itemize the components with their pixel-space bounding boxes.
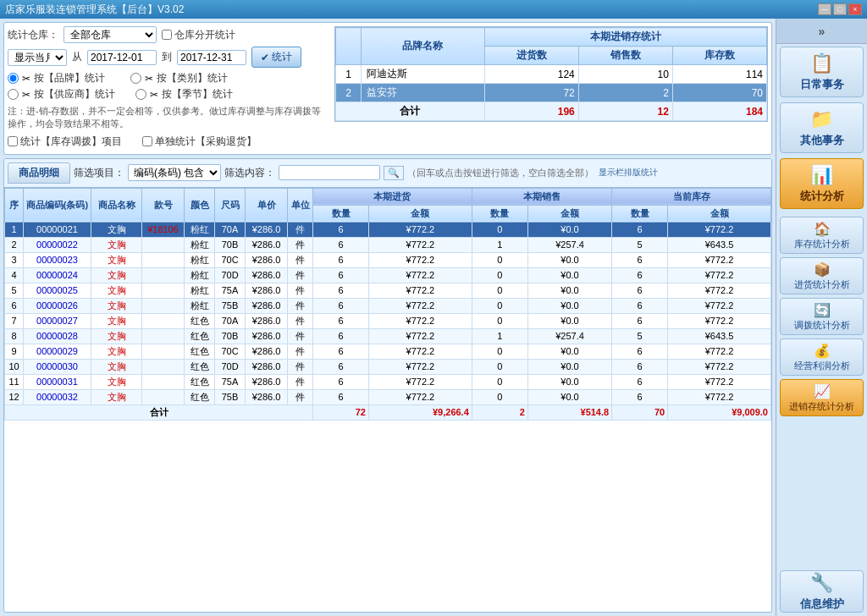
sidebar-inbound-stat-btn[interactable]: 📦 进货统计分析 xyxy=(780,257,864,294)
detail-tab[interactable]: 商品明细 xyxy=(8,162,70,184)
row-unit: 件 xyxy=(288,283,313,298)
row-inamt: ¥772.2 xyxy=(369,313,472,328)
date-to-input[interactable] xyxy=(177,50,246,65)
warehouse-select[interactable]: 全部仓库 xyxy=(64,26,157,43)
col-size: 尺码 xyxy=(215,188,246,222)
row-inqty: 6 xyxy=(313,359,369,374)
col-no: 序 xyxy=(5,188,24,222)
row-price: ¥286.0 xyxy=(246,359,288,374)
product-table-row[interactable]: 9 00000029 文胸 红色 70C ¥286.0 件 6 ¥772.2 0… xyxy=(5,344,771,359)
row-stockqty: 5 xyxy=(612,328,668,344)
row-stockamt: ¥772.2 xyxy=(668,313,771,328)
row-name: 文胸 xyxy=(91,267,142,283)
row-inamt: ¥772.2 xyxy=(369,252,472,267)
row-inamt: ¥772.2 xyxy=(369,283,472,298)
minimize-button[interactable]: — xyxy=(818,3,831,15)
row-price: ¥286.0 xyxy=(246,283,288,298)
row-color: 粉红 xyxy=(185,283,215,298)
filter-hint: （回车或点击按钮进行筛选，空白筛选全部） xyxy=(407,167,594,179)
row-price: ¥286.0 xyxy=(246,313,288,328)
row-color: 粉红 xyxy=(185,267,215,283)
brand-radio[interactable] xyxy=(8,73,19,84)
row-code: 00000031 xyxy=(24,374,91,389)
product-table-row[interactable]: 12 00000032 文胸 红色 75B ¥286.0 件 6 ¥772.2 … xyxy=(5,389,771,404)
inv-adjust-checkbox[interactable] xyxy=(8,136,18,146)
row-code: 00000022 xyxy=(24,237,91,252)
sidebar-inv-stat-btn[interactable]: 🏠 库存统计分析 xyxy=(780,217,864,254)
product-total-inqty: 72 xyxy=(313,404,369,420)
supplier-radio[interactable] xyxy=(8,89,19,100)
row-saleqty: 1 xyxy=(472,237,527,252)
product-table-row[interactable]: 6 00000026 文胸 粉红 75B ¥286.0 件 6 ¥772.2 0… xyxy=(5,298,771,313)
filter-type-select[interactable]: 编码(条码) 包含 商品名称 包含 款号 包含 xyxy=(128,164,221,181)
brand-row-name: 益安芬 xyxy=(362,84,485,102)
product-table-row[interactable]: 2 00000022 文胸 粉红 70B ¥286.0 件 6 ¥772.2 1… xyxy=(5,237,771,252)
sidebar-info-btn[interactable]: 🔧 信息维护 xyxy=(780,570,864,613)
row-size: 70A xyxy=(215,313,246,328)
brand-total-inbound: 196 xyxy=(484,102,578,121)
product-table-row[interactable]: 7 00000027 文胸 红色 70A ¥286.0 件 6 ¥772.2 0… xyxy=(5,313,771,328)
row-style: ¥18106 xyxy=(142,222,185,237)
product-table-row[interactable]: 10 00000030 文胸 红色 70D ¥286.0 件 6 ¥772.2 … xyxy=(5,359,771,374)
product-total-saleamt: ¥514.8 xyxy=(527,404,611,420)
product-table-row[interactable]: 4 00000024 文胸 粉红 70D ¥286.0 件 6 ¥772.2 0… xyxy=(5,267,771,283)
product-table-row[interactable]: 11 00000031 文胸 红色 75A ¥286.0 件 6 ¥772.2 … xyxy=(5,374,771,389)
maximize-button[interactable]: □ xyxy=(833,3,847,15)
row-saleamt: ¥0.0 xyxy=(527,267,611,283)
sidebar-profit-stat-btn[interactable]: 💰 经营利润分析 xyxy=(780,338,864,376)
col-stock-amt: 金额 xyxy=(668,205,771,222)
product-table-row[interactable]: 1 00000021 文胸 ¥18106 粉红 70A ¥286.0 件 6 ¥… xyxy=(5,222,771,237)
type-radio[interactable] xyxy=(130,73,141,84)
product-table-row[interactable]: 8 00000028 文胸 红色 70B ¥286.0 件 6 ¥772.2 1… xyxy=(5,328,771,344)
row-name: 文胸 xyxy=(91,313,142,328)
brand-table-row[interactable]: 1 阿迪达斯 124 10 114 xyxy=(336,65,767,84)
row-size: 70B xyxy=(215,328,246,344)
split-warehouse-checkbox[interactable] xyxy=(162,30,172,40)
brand-table: 品牌名称 本期进销存统计 进货数 销售数 库存数 1 xyxy=(335,27,767,121)
sidebar-adjust-stat-btn[interactable]: 🔄 调拨统计分析 xyxy=(780,298,864,335)
row-size: 70D xyxy=(215,359,246,374)
sidebar-insale-stat-btn[interactable]: 📈 进销存统计分析 xyxy=(780,379,864,416)
row-color: 红色 xyxy=(185,344,215,359)
row-color: 粉红 xyxy=(185,298,215,313)
info-icon: 🔧 xyxy=(810,572,833,594)
app-title: 店家乐服装连锁管理系统【后台】V3.02 xyxy=(5,3,184,17)
stat-button[interactable]: ✔ 统计 xyxy=(251,47,301,68)
filter-search-button[interactable]: 🔍 xyxy=(384,166,404,180)
split-check-label: 仓库分开统计 xyxy=(162,28,235,42)
close-button[interactable]: × xyxy=(848,3,862,15)
product-table-row[interactable]: 5 00000025 文胸 粉红 75A ¥286.0 件 6 ¥772.2 0… xyxy=(5,283,771,298)
sidebar-other-btn[interactable]: 📁 其他事务 xyxy=(780,102,864,153)
supplier-radio-label: 按【供应商】统计 xyxy=(34,87,115,102)
brand-radio-group: ✂ 按【品牌】统计 xyxy=(8,71,105,85)
purchase-return-checkbox[interactable] xyxy=(142,136,152,146)
sidebar-stat-btn[interactable]: 📊 统计分析 xyxy=(780,158,864,209)
scissors-icon4: ✂ xyxy=(150,89,158,101)
product-table-row[interactable]: 3 00000023 文胸 粉红 70C ¥286.0 件 6 ¥772.2 0… xyxy=(5,252,771,267)
sidebar-collapse-btn[interactable]: » xyxy=(776,19,867,44)
row-stockamt: ¥772.2 xyxy=(668,344,771,359)
brand-row-stock: 114 xyxy=(672,65,766,84)
brand-table-row[interactable]: 2 益安芬 72 2 70 xyxy=(336,84,767,102)
season-radio-group: ✂ 按【季节】统计 xyxy=(135,87,233,102)
row-inqty: 6 xyxy=(313,298,369,313)
scissors-icon: ✂ xyxy=(22,73,30,85)
sort-btn[interactable]: 显示栏排版统计 xyxy=(599,167,658,179)
date-from-input[interactable] xyxy=(87,50,157,65)
row-stockamt: ¥772.2 xyxy=(668,374,771,389)
season-radio[interactable] xyxy=(135,89,146,100)
row-code: 00000029 xyxy=(24,344,91,359)
sidebar-daily-btn[interactable]: 📋 日常事务 xyxy=(780,47,864,97)
col-color: 颜色 xyxy=(185,188,215,222)
filter-content-input[interactable] xyxy=(279,165,380,180)
show-mode-select[interactable]: 显示当月 显示当年 自定义 xyxy=(8,49,67,66)
row-stockamt: ¥643.5 xyxy=(668,237,771,252)
daily-icon: 📋 xyxy=(810,52,833,74)
row-stockqty: 6 xyxy=(612,222,668,237)
row-price: ¥286.0 xyxy=(246,344,288,359)
row-size: 70D xyxy=(215,267,246,283)
product-total-saleqty: 2 xyxy=(472,404,527,420)
profit-stat-label: 经营利润分析 xyxy=(794,360,850,372)
product-total-inamt: ¥9,266.4 xyxy=(369,404,472,420)
row-stockqty: 5 xyxy=(612,237,668,252)
